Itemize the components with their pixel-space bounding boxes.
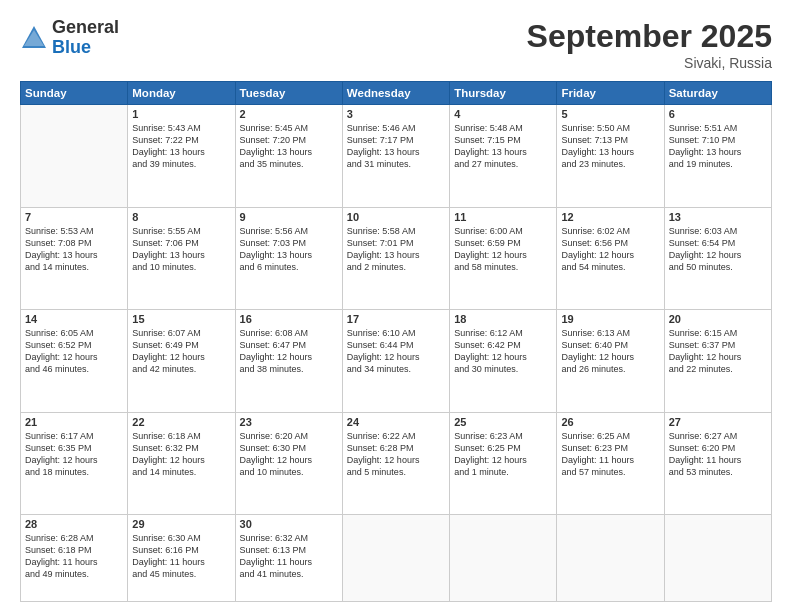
cell-text: Sunrise: 5:56 AM Sunset: 7:03 PM Dayligh… [240,225,338,274]
calendar-header-row: SundayMondayTuesdayWednesdayThursdayFrid… [21,82,772,105]
day-header-sunday: Sunday [21,82,128,105]
day-number: 18 [454,313,552,325]
day-number: 1 [132,108,230,120]
calendar-cell [21,105,128,208]
cell-text: Sunrise: 6:03 AM Sunset: 6:54 PM Dayligh… [669,225,767,274]
day-number: 19 [561,313,659,325]
cell-text: Sunrise: 6:32 AM Sunset: 6:13 PM Dayligh… [240,532,338,581]
cell-text: Sunrise: 6:08 AM Sunset: 6:47 PM Dayligh… [240,327,338,376]
day-number: 22 [132,416,230,428]
day-number: 15 [132,313,230,325]
calendar-cell: 23Sunrise: 6:20 AM Sunset: 6:30 PM Dayli… [235,412,342,515]
day-number: 26 [561,416,659,428]
calendar-cell: 20Sunrise: 6:15 AM Sunset: 6:37 PM Dayli… [664,310,771,413]
day-number: 2 [240,108,338,120]
logo-icon [20,24,48,52]
cell-text: Sunrise: 6:13 AM Sunset: 6:40 PM Dayligh… [561,327,659,376]
calendar-cell [342,515,449,602]
calendar-cell: 11Sunrise: 6:00 AM Sunset: 6:59 PM Dayli… [450,207,557,310]
calendar-cell: 16Sunrise: 6:08 AM Sunset: 6:47 PM Dayli… [235,310,342,413]
cell-text: Sunrise: 6:27 AM Sunset: 6:20 PM Dayligh… [669,430,767,479]
day-number: 6 [669,108,767,120]
day-number: 13 [669,211,767,223]
calendar-cell: 5Sunrise: 5:50 AM Sunset: 7:13 PM Daylig… [557,105,664,208]
cell-text: Sunrise: 5:58 AM Sunset: 7:01 PM Dayligh… [347,225,445,274]
day-header-saturday: Saturday [664,82,771,105]
day-number: 8 [132,211,230,223]
day-number: 3 [347,108,445,120]
cell-text: Sunrise: 6:25 AM Sunset: 6:23 PM Dayligh… [561,430,659,479]
calendar-week-row: 21Sunrise: 6:17 AM Sunset: 6:35 PM Dayli… [21,412,772,515]
calendar-cell: 9Sunrise: 5:56 AM Sunset: 7:03 PM Daylig… [235,207,342,310]
calendar-cell: 10Sunrise: 5:58 AM Sunset: 7:01 PM Dayli… [342,207,449,310]
day-number: 10 [347,211,445,223]
svg-marker-1 [24,30,44,46]
calendar-week-row: 14Sunrise: 6:05 AM Sunset: 6:52 PM Dayli… [21,310,772,413]
day-number: 23 [240,416,338,428]
day-number: 11 [454,211,552,223]
cell-text: Sunrise: 6:17 AM Sunset: 6:35 PM Dayligh… [25,430,123,479]
day-number: 5 [561,108,659,120]
cell-text: Sunrise: 5:43 AM Sunset: 7:22 PM Dayligh… [132,122,230,171]
day-number: 29 [132,518,230,530]
logo: General Blue [20,18,119,58]
calendar-cell: 17Sunrise: 6:10 AM Sunset: 6:44 PM Dayli… [342,310,449,413]
calendar-cell: 13Sunrise: 6:03 AM Sunset: 6:54 PM Dayli… [664,207,771,310]
calendar-cell [664,515,771,602]
calendar-cell: 4Sunrise: 5:48 AM Sunset: 7:15 PM Daylig… [450,105,557,208]
calendar-cell: 22Sunrise: 6:18 AM Sunset: 6:32 PM Dayli… [128,412,235,515]
cell-text: Sunrise: 5:46 AM Sunset: 7:17 PM Dayligh… [347,122,445,171]
day-number: 20 [669,313,767,325]
cell-text: Sunrise: 5:51 AM Sunset: 7:10 PM Dayligh… [669,122,767,171]
calendar-table: SundayMondayTuesdayWednesdayThursdayFrid… [20,81,772,602]
cell-text: Sunrise: 6:00 AM Sunset: 6:59 PM Dayligh… [454,225,552,274]
calendar-cell: 21Sunrise: 6:17 AM Sunset: 6:35 PM Dayli… [21,412,128,515]
cell-text: Sunrise: 6:05 AM Sunset: 6:52 PM Dayligh… [25,327,123,376]
calendar-week-row: 7Sunrise: 5:53 AM Sunset: 7:08 PM Daylig… [21,207,772,310]
calendar-cell: 26Sunrise: 6:25 AM Sunset: 6:23 PM Dayli… [557,412,664,515]
day-header-monday: Monday [128,82,235,105]
calendar-cell: 14Sunrise: 6:05 AM Sunset: 6:52 PM Dayli… [21,310,128,413]
cell-text: Sunrise: 6:02 AM Sunset: 6:56 PM Dayligh… [561,225,659,274]
cell-text: Sunrise: 5:55 AM Sunset: 7:06 PM Dayligh… [132,225,230,274]
day-number: 21 [25,416,123,428]
day-number: 17 [347,313,445,325]
day-number: 25 [454,416,552,428]
month-title: September 2025 [527,18,772,55]
calendar-cell: 24Sunrise: 6:22 AM Sunset: 6:28 PM Dayli… [342,412,449,515]
day-header-friday: Friday [557,82,664,105]
calendar-cell: 8Sunrise: 5:55 AM Sunset: 7:06 PM Daylig… [128,207,235,310]
cell-text: Sunrise: 5:50 AM Sunset: 7:13 PM Dayligh… [561,122,659,171]
calendar-cell: 3Sunrise: 5:46 AM Sunset: 7:17 PM Daylig… [342,105,449,208]
day-number: 7 [25,211,123,223]
day-number: 28 [25,518,123,530]
cell-text: Sunrise: 6:30 AM Sunset: 6:16 PM Dayligh… [132,532,230,581]
calendar-cell: 15Sunrise: 6:07 AM Sunset: 6:49 PM Dayli… [128,310,235,413]
cell-text: Sunrise: 6:28 AM Sunset: 6:18 PM Dayligh… [25,532,123,581]
calendar-cell: 1Sunrise: 5:43 AM Sunset: 7:22 PM Daylig… [128,105,235,208]
day-number: 27 [669,416,767,428]
cell-text: Sunrise: 6:07 AM Sunset: 6:49 PM Dayligh… [132,327,230,376]
calendar-cell: 2Sunrise: 5:45 AM Sunset: 7:20 PM Daylig… [235,105,342,208]
cell-text: Sunrise: 6:23 AM Sunset: 6:25 PM Dayligh… [454,430,552,479]
cell-text: Sunrise: 5:48 AM Sunset: 7:15 PM Dayligh… [454,122,552,171]
calendar-cell: 12Sunrise: 6:02 AM Sunset: 6:56 PM Dayli… [557,207,664,310]
cell-text: Sunrise: 5:53 AM Sunset: 7:08 PM Dayligh… [25,225,123,274]
day-number: 24 [347,416,445,428]
calendar-week-row: 28Sunrise: 6:28 AM Sunset: 6:18 PM Dayli… [21,515,772,602]
calendar-cell [557,515,664,602]
calendar-week-row: 1Sunrise: 5:43 AM Sunset: 7:22 PM Daylig… [21,105,772,208]
calendar-cell: 30Sunrise: 6:32 AM Sunset: 6:13 PM Dayli… [235,515,342,602]
calendar-cell: 28Sunrise: 6:28 AM Sunset: 6:18 PM Dayli… [21,515,128,602]
calendar-cell: 18Sunrise: 6:12 AM Sunset: 6:42 PM Dayli… [450,310,557,413]
cell-text: Sunrise: 6:18 AM Sunset: 6:32 PM Dayligh… [132,430,230,479]
day-header-thursday: Thursday [450,82,557,105]
day-number: 14 [25,313,123,325]
calendar-cell: 27Sunrise: 6:27 AM Sunset: 6:20 PM Dayli… [664,412,771,515]
calendar-cell: 25Sunrise: 6:23 AM Sunset: 6:25 PM Dayli… [450,412,557,515]
logo-general: General [52,18,119,38]
day-header-tuesday: Tuesday [235,82,342,105]
cell-text: Sunrise: 6:20 AM Sunset: 6:30 PM Dayligh… [240,430,338,479]
cell-text: Sunrise: 6:22 AM Sunset: 6:28 PM Dayligh… [347,430,445,479]
day-number: 30 [240,518,338,530]
